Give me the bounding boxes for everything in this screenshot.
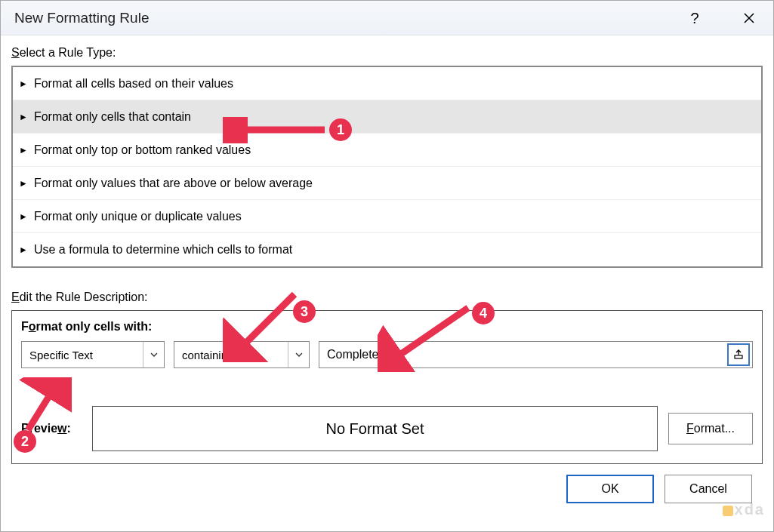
ok-button[interactable]: OK	[566, 475, 654, 503]
svg-rect-2	[735, 355, 742, 358]
rule-type-item[interactable]: ► Format only unique or duplicate values	[13, 200, 761, 233]
bullet-icon: ►	[19, 178, 28, 189]
close-icon	[743, 12, 755, 24]
rule-type-item[interactable]: ► Format only top or bottom ranked value…	[13, 134, 761, 167]
condition-value-input[interactable]	[319, 342, 727, 367]
format-only-cells-with-label: Format only cells with:	[21, 320, 753, 334]
condition-value-wrap	[319, 341, 753, 368]
bullet-icon: ►	[19, 78, 28, 89]
rule-type-label: Format only cells that contain	[34, 110, 191, 124]
new-formatting-rule-dialog: New Formatting Rule ? Select a Rule Type…	[0, 0, 774, 532]
rule-type-item[interactable]: ► Format all cells based on their values	[13, 67, 761, 100]
condition-operator-value: containing	[182, 349, 233, 361]
edit-rule-section: Edit the Rule Description: Format only c…	[11, 291, 763, 464]
edit-rule-box: Format only cells with: Specific Text co…	[11, 310, 763, 464]
rule-type-label: Format only top or bottom ranked values	[34, 143, 251, 157]
range-selector-icon	[733, 349, 744, 360]
condition-row: Specific Text containing	[21, 341, 753, 368]
rule-type-label: Use a formula to determine which cells t…	[34, 243, 292, 257]
select-rule-type-label: Select a Rule Type:	[11, 46, 763, 60]
cancel-button[interactable]: Cancel	[665, 475, 752, 503]
condition-type-dropdown[interactable]: Specific Text	[21, 341, 165, 368]
dialog-title: New Formatting Rule	[14, 10, 149, 26]
close-button[interactable]	[734, 7, 764, 29]
range-selector-button[interactable]	[727, 343, 750, 366]
bullet-icon: ►	[19, 145, 28, 155]
condition-operator-dropdown[interactable]: containing	[174, 341, 310, 368]
chevron-down-icon	[143, 342, 164, 367]
dialog-footer: OK Cancel	[11, 464, 763, 517]
rule-type-label: Format all cells based on their values	[34, 77, 233, 91]
preview-label: Preview:	[21, 422, 82, 435]
edit-rule-label: Edit the Rule Description:	[11, 291, 763, 304]
bullet-icon: ►	[19, 112, 28, 122]
rule-type-label: Format only unique or duplicate values	[34, 210, 242, 223]
titlebar: New Formatting Rule ?	[1, 1, 773, 35]
rule-type-item[interactable]: ► Format only values that are above or b…	[13, 167, 761, 200]
rule-type-label: Format only values that are above or bel…	[34, 177, 313, 190]
rule-type-list[interactable]: ► Format all cells based on their values…	[11, 66, 763, 268]
rule-type-item[interactable]: ► Format only cells that contain	[13, 100, 761, 134]
preview-row: Preview: No Format Set Format...	[21, 406, 753, 451]
dialog-content: Select a Rule Type: ► Format all cells b…	[1, 35, 773, 531]
help-button[interactable]: ?	[680, 7, 710, 29]
condition-type-value: Specific Text	[29, 349, 93, 361]
chevron-down-icon	[288, 342, 309, 367]
titlebar-controls: ?	[680, 1, 764, 35]
format-button[interactable]: Format...	[668, 413, 753, 444]
bullet-icon: ►	[19, 211, 28, 222]
preview-box: No Format Set	[92, 406, 658, 451]
bullet-icon: ►	[19, 244, 28, 255]
rule-type-item[interactable]: ► Use a formula to determine which cells…	[13, 233, 761, 266]
